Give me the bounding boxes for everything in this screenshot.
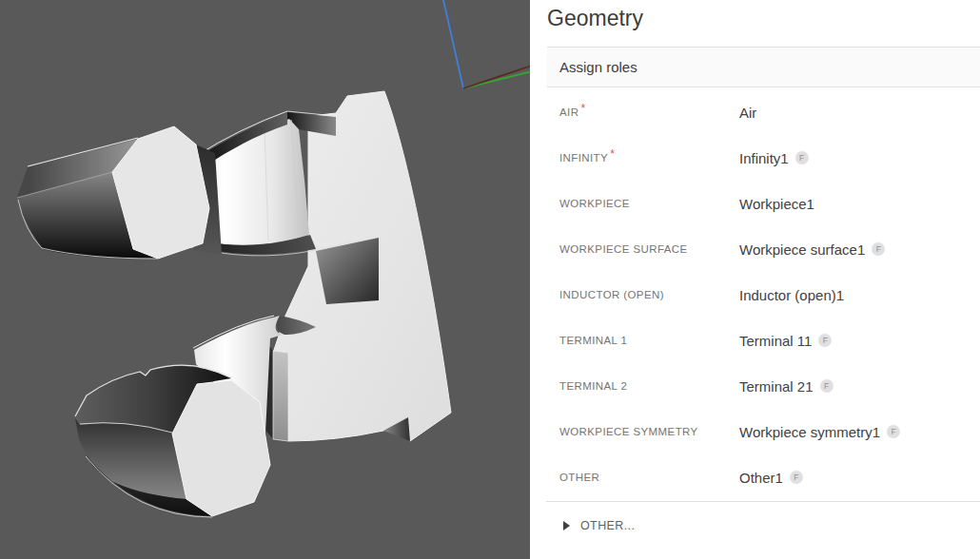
role-label: WORKPIECE SURFACE*: [547, 243, 739, 255]
role-label: INDUCTOR (OPEN)*: [547, 289, 739, 300]
fixed-badge-icon: F: [790, 471, 803, 484]
role-row-workpiece-symmetry: WORKPIECE SYMMETRY* Workpiece symmetry1F: [547, 409, 980, 454]
expand-arrow-icon: [563, 521, 570, 530]
role-row-infinity: INFINITY* Infinity1F: [547, 135, 980, 181]
geometry-panel: Geometry Assign roles AIR* AirF INFINITY…: [530, 0, 980, 559]
role-value[interactable]: Workpiece symmetry1F: [739, 424, 900, 440]
role-label: TERMINAL 1*: [547, 335, 739, 346]
fixed-badge-icon: F: [795, 151, 809, 164]
required-asterisk: *: [580, 102, 585, 115]
section-divider: [546, 501, 980, 502]
fixed-badge-icon: F: [887, 425, 900, 438]
fixed-badge-icon: F: [820, 379, 833, 393]
role-row-workpiece-surface: WORKPIECE SURFACE* Workpiece surface1F: [547, 226, 980, 272]
role-value[interactable]: Infinity1F: [739, 150, 809, 166]
role-value[interactable]: Inductor (open)1F: [739, 287, 844, 303]
role-value[interactable]: Workpiece1F: [739, 196, 814, 212]
fixed-badge-icon: F: [818, 334, 832, 347]
role-label: OTHER*: [547, 472, 739, 483]
other-toggle-label: OTHER...: [580, 519, 635, 532]
role-row-terminal-2: TERMINAL 2* Terminal 21F: [547, 363, 980, 409]
role-rows: AIR* AirF INFINITY* Infinity1F WORKPIECE…: [547, 89, 980, 500]
app-root: Geometry Assign roles AIR* AirF INFINITY…: [0, 0, 980, 559]
other-expand-toggle[interactable]: OTHER...: [547, 510, 980, 542]
role-value[interactable]: Terminal 11F: [739, 333, 832, 349]
role-label: AIR*: [547, 106, 739, 119]
role-value[interactable]: AirF: [739, 105, 756, 121]
role-row-workpiece: WORKPIECE* Workpiece1F: [547, 181, 980, 226]
role-value[interactable]: Workpiece surface1F: [739, 241, 885, 258]
role-value[interactable]: Other1F: [739, 470, 803, 486]
role-row-terminal-1: TERMINAL 1* Terminal 11F: [547, 318, 980, 363]
viewport-canvas[interactable]: [0, 0, 530, 559]
role-row-air: AIR* AirF: [547, 89, 980, 135]
role-row-other: OTHER* Other1F: [547, 454, 980, 500]
role-label: TERMINAL 2*: [547, 380, 739, 392]
viewport-3d[interactable]: [0, 0, 530, 559]
assign-roles-header: Assign roles: [547, 47, 980, 87]
required-asterisk: *: [610, 147, 615, 161]
role-row-inductor-open: INDUCTOR (OPEN)* Inductor (open)1F: [547, 272, 980, 318]
role-value[interactable]: Terminal 21F: [739, 378, 833, 395]
fixed-badge-icon: F: [872, 242, 885, 256]
role-label: WORKPIECE SYMMETRY*: [547, 426, 739, 437]
role-label: WORKPIECE*: [547, 198, 739, 209]
page-title: Geometry: [547, 6, 643, 31]
role-label: INFINITY*: [547, 151, 739, 164]
